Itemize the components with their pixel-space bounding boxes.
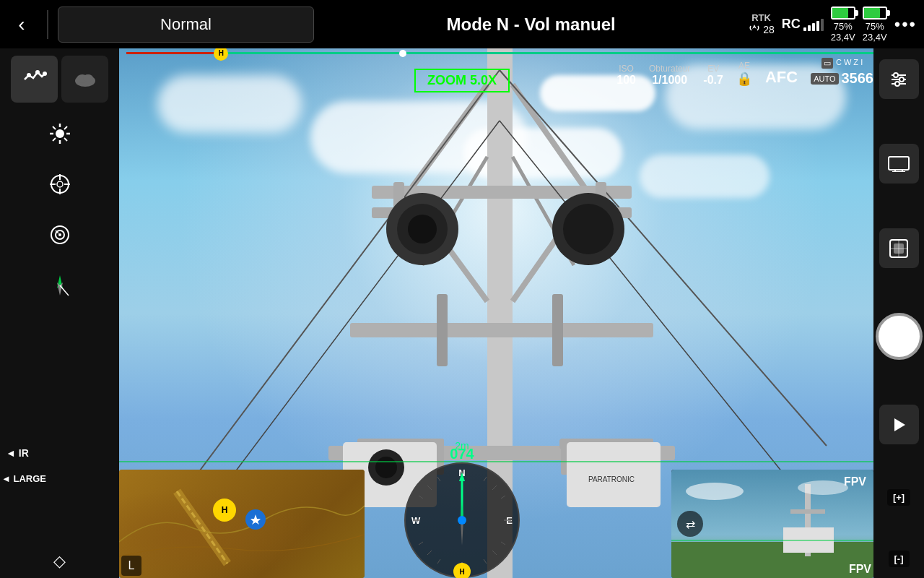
settings-button[interactable] (879, 59, 919, 99)
svg-line-49 (64, 126, 67, 129)
bar1 (803, 27, 806, 31)
svg-marker-77 (894, 418, 905, 431)
capture-button[interactable] (876, 313, 923, 360)
svg-line-48 (64, 138, 67, 141)
svg-line-83 (492, 486, 497, 490)
svg-line-11 (500, 70, 827, 446)
fpv-switch-button[interactable]: ⇄ (677, 511, 703, 537)
route-icon (22, 66, 48, 92)
mode-selector[interactable]: Normal (58, 7, 314, 43)
divider (47, 10, 48, 39)
svg-line-88 (419, 496, 423, 499)
svg-point-59 (58, 233, 61, 236)
play-icon (890, 416, 907, 434)
nav-arrow-icon (47, 272, 73, 298)
mode-label: Normal (160, 15, 212, 34)
bar2 (808, 25, 811, 31)
left-sidebar: ◄ IR ◄ LARGE ◇ (0, 48, 119, 578)
screen-mode-button[interactable] (879, 144, 919, 184)
target-icon (48, 223, 71, 246)
map-overlay[interactable]: H L (119, 470, 365, 578)
map-corner-button[interactable]: L (121, 556, 141, 576)
svg-point-19 (375, 457, 397, 478)
svg-line-92 (437, 559, 440, 564)
iso-param: ISO 100 (616, 64, 636, 87)
weather-button[interactable] (61, 56, 108, 103)
map-orientation-button[interactable]: ◇ (53, 552, 66, 571)
progress-bar: H 21:41 (119, 48, 924, 58)
progress-track[interactable]: H (126, 52, 917, 54)
cloud-icon (72, 66, 98, 92)
right-sidebar: [+] [-] (873, 48, 924, 578)
rtk-status: RTK 28 (748, 12, 775, 36)
battery1-fill (832, 8, 849, 18)
nav-compass-button[interactable] (40, 265, 79, 305)
back-button[interactable]: ‹ (0, 0, 43, 48)
svg-line-87 (484, 477, 487, 481)
top-right-controls: RTK 28 RC (748, 7, 924, 43)
svg-point-68 (895, 82, 899, 86)
ir-button[interactable]: ◄ IR (6, 447, 29, 459)
crosshair-button[interactable] (40, 164, 79, 204)
brightness-icon (48, 122, 71, 145)
rtk-icon (748, 23, 761, 36)
fpv-window: FPV ⇄ FPV (671, 470, 873, 578)
progress-dot (399, 50, 406, 57)
svg-line-10 (191, 70, 500, 482)
svg-point-67 (899, 77, 904, 82)
svg-point-29 (408, 215, 437, 243)
map-drone-marker (245, 509, 266, 530)
top-bar: ‹ Normal Mode N - Vol manuel RTK 28 RC (0, 0, 924, 48)
battery1-icon (831, 7, 855, 20)
svg-rect-69 (889, 157, 909, 170)
svg-point-52 (57, 181, 63, 187)
svg-marker-95 (459, 473, 465, 481)
svg-rect-34 (437, 294, 448, 366)
back-icon: ‹ (18, 13, 25, 36)
target-button[interactable] (40, 215, 79, 254)
svg-point-41 (83, 74, 93, 82)
fpv-corner-button[interactable]: FPV (849, 563, 871, 576)
sidebar-top-buttons (11, 56, 108, 103)
crosshair-icon (48, 173, 71, 196)
svg-line-47 (53, 126, 56, 129)
svg-line-91 (501, 542, 505, 545)
compass-home-marker: H (453, 563, 471, 578)
distance-marker: 2m (455, 440, 468, 452)
svg-rect-8 (350, 323, 653, 337)
svg-point-106 (798, 480, 848, 495)
svg-line-90 (419, 542, 423, 545)
zoom-in-button[interactable]: [+] (887, 489, 910, 506)
more-button[interactable]: ••• (894, 14, 917, 35)
svg-line-93 (484, 559, 487, 564)
svg-point-42 (56, 129, 64, 138)
battery2: 75% 23,4V (863, 7, 887, 43)
svg-point-105 (686, 483, 744, 500)
battery2-fill (864, 8, 881, 18)
svg-point-36 (27, 73, 31, 77)
rc-signal: RC (782, 17, 824, 32)
flight-mode-button[interactable] (11, 56, 58, 103)
map-terrain (119, 470, 365, 578)
brightness-button[interactable] (40, 113, 79, 153)
svg-rect-102 (790, 509, 825, 514)
svg-line-84 (427, 551, 432, 555)
zoom-out-button[interactable]: [-] (889, 551, 910, 567)
ev-param: EV -0.7 (703, 64, 723, 87)
screen-icon (888, 156, 910, 172)
afc-label[interactable]: AFC (765, 68, 798, 87)
capture-mode-icon (888, 238, 910, 259)
svg-point-38 (43, 72, 47, 76)
bar5 (821, 19, 824, 31)
zoom-indicator: ZOOM 5.0X (414, 69, 510, 92)
large-button[interactable]: ◄ LARGE (1, 473, 46, 484)
capture-mode-button[interactable] (879, 228, 919, 268)
svg-text:PARATRONIC: PARATRONIC (588, 475, 635, 483)
bar3 (812, 23, 815, 31)
svg-line-85 (492, 551, 497, 555)
bar4 (816, 21, 819, 31)
svg-line-86 (437, 477, 440, 481)
svg-rect-35 (552, 294, 563, 366)
svg-point-33 (563, 204, 614, 254)
playback-button[interactable] (879, 405, 919, 444)
